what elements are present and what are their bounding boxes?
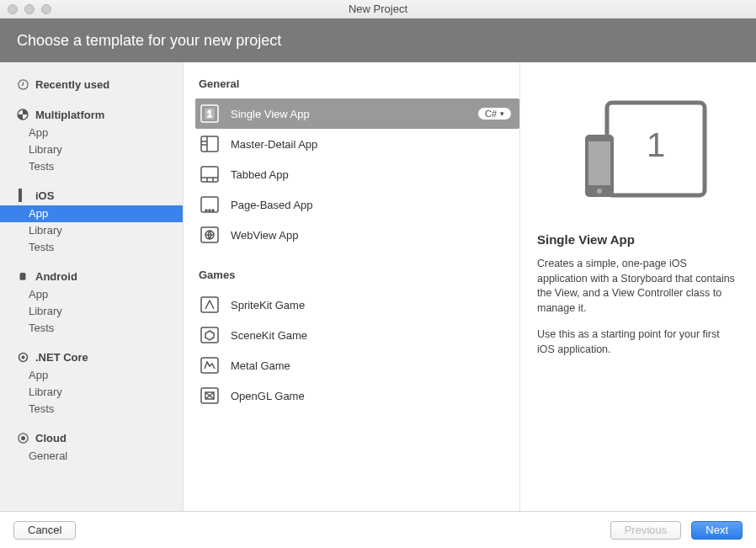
sidebar-item-dotnet-tests[interactable]: Tests	[0, 401, 183, 418]
clock-icon	[15, 77, 30, 92]
svg-rect-12	[201, 167, 218, 182]
template-opengl-game[interactable]: OpenGL Game	[199, 380, 519, 411]
sidebar-item-cloud-general[interactable]: General	[0, 448, 183, 465]
language-label: C#	[485, 109, 497, 119]
template-label: Single View App	[231, 108, 310, 120]
header-title: Choose a template for your new project	[17, 32, 281, 50]
cat-label: iOS	[35, 189, 54, 202]
sidebar-cat-cloud[interactable]: Cloud	[0, 428, 183, 448]
sidebar-item-ios-tests[interactable]: Tests	[0, 239, 183, 256]
svg-point-19	[212, 210, 214, 211]
spritekit-icon	[199, 294, 221, 316]
scenekit-icon	[199, 324, 221, 346]
opengl-icon	[199, 385, 221, 407]
wizard-header: Choose a template for your new project	[0, 19, 756, 62]
cat-label: Multiplatform	[35, 109, 104, 121]
cat-label: .NET Core	[35, 351, 88, 364]
svg-point-17	[205, 210, 207, 211]
cancel-button[interactable]: Cancel	[13, 521, 76, 540]
template-webview-app[interactable]: WebView App	[199, 220, 519, 250]
svg-rect-32	[588, 141, 610, 185]
svg-point-2	[22, 356, 24, 359]
tabbed-icon	[199, 163, 221, 185]
template-detail: 1 Single View App Creates a simple, one-…	[520, 62, 756, 511]
android-icon	[15, 269, 30, 284]
template-label: OpenGL Game	[231, 390, 305, 402]
template-spritekit-game[interactable]: SpriteKit Game	[199, 290, 519, 320]
titlebar: New Project	[0, 0, 756, 19]
sidebar-item-android-app[interactable]: App	[0, 286, 183, 303]
sidebar-item-ios-library[interactable]: Library	[0, 222, 183, 239]
language-selector[interactable]: C# ▾	[478, 108, 511, 120]
sidebar-item-dotnet-library[interactable]: Library	[0, 384, 183, 401]
sidebar-item-multiplatform-app[interactable]: App	[0, 125, 183, 141]
single-view-icon: 1	[199, 103, 221, 125]
sidebar-item-ios-app[interactable]: App	[0, 205, 183, 222]
recently-used-label: Recently used	[35, 78, 109, 91]
template-list: General 1 Single View App C# ▾ Master-De…	[184, 62, 520, 511]
next-button[interactable]: Next	[691, 521, 743, 540]
previous-button[interactable]: Previous	[610, 521, 682, 540]
section-header-games: Games	[199, 269, 519, 281]
chevron-down-icon: ▾	[500, 109, 504, 118]
sidebar-item-dotnet-app[interactable]: App	[0, 367, 183, 384]
sidebar-item-android-library[interactable]: Library	[0, 303, 183, 320]
template-metal-game[interactable]: Metal Game	[199, 350, 519, 380]
wizard-footer: Cancel Previous Next	[0, 511, 756, 548]
svg-point-4	[21, 436, 24, 439]
window-title: New Project	[0, 3, 756, 15]
template-single-view-app[interactable]: 1 Single View App C# ▾	[195, 98, 519, 129]
webview-icon	[199, 224, 221, 246]
template-scenekit-game[interactable]: SceneKit Game	[199, 320, 519, 350]
template-label: Tabbed App	[231, 168, 289, 181]
cat-label: Cloud	[35, 432, 67, 444]
multiplatform-icon	[15, 107, 30, 122]
detail-description-1: Creates a simple, one-page iOS applicati…	[537, 257, 739, 316]
sidebar-item-multiplatform-tests[interactable]: Tests	[0, 158, 183, 175]
section-header-general: General	[199, 77, 519, 90]
svg-point-33	[597, 189, 602, 194]
detail-title: Single View App	[537, 232, 739, 247]
svg-point-18	[209, 210, 210, 211]
template-label: SpriteKit Game	[231, 299, 305, 311]
cloud-icon	[15, 430, 30, 445]
template-label: WebView App	[231, 229, 298, 242]
metal-icon	[199, 354, 221, 376]
template-label: Master-Detail App	[231, 138, 317, 151]
template-label: Page-Based App	[231, 199, 313, 211]
master-detail-icon	[199, 133, 221, 155]
detail-description-2: Use this as a starting point for your fi…	[537, 327, 739, 357]
sidebar-item-multiplatform-library[interactable]: Library	[0, 141, 183, 158]
sidebar-cat-multiplatform[interactable]: Multiplatform	[0, 104, 183, 125]
sidebar-cat-dotnet[interactable]: .NET Core	[0, 347, 183, 367]
template-master-detail-app[interactable]: Master-Detail App	[199, 129, 519, 159]
template-label: Metal Game	[231, 359, 290, 372]
cat-label: Android	[35, 270, 77, 283]
svg-rect-8	[201, 136, 218, 152]
dotnet-icon	[15, 349, 30, 364]
template-label: SceneKit Game	[231, 329, 307, 342]
page-based-icon	[199, 194, 221, 215]
sidebar-recently-used[interactable]: Recently used	[0, 74, 183, 94]
sidebar-cat-ios[interactable]: iOS	[0, 185, 183, 205]
sidebar: Recently used Multiplatform App Library …	[0, 62, 184, 511]
ios-icon	[15, 188, 30, 203]
template-tabbed-app[interactable]: Tabbed App	[199, 159, 519, 189]
sidebar-item-android-tests[interactable]: Tests	[0, 320, 183, 337]
template-preview: 1	[537, 98, 739, 207]
sidebar-cat-android[interactable]: Android	[0, 266, 183, 286]
template-page-based-app[interactable]: Page-Based App	[199, 189, 519, 220]
svg-text:1: 1	[207, 109, 212, 119]
svg-rect-22	[201, 297, 218, 312]
svg-text:1: 1	[647, 126, 665, 163]
